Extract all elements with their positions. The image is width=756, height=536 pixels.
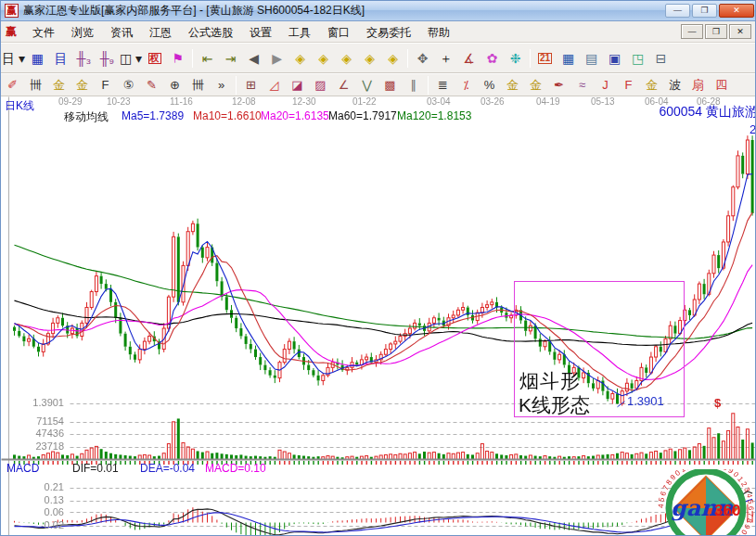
draw-pencil-icon[interactable]: ✐: [1, 76, 24, 95]
wave-tool-icon[interactable]: ≈: [570, 76, 594, 95]
percent-line-icon: ⁒: [464, 79, 469, 91]
first-page-icon: ⇤: [202, 52, 213, 65]
notes-icon[interactable]: ▤: [580, 47, 603, 69]
title-bar[interactable]: 赢 赢家江恩专业版[赢家内部服务平台] - [黄山旅游 SH600054-182…: [1, 1, 756, 21]
menu-item-8[interactable]: 交易委托: [358, 23, 419, 42]
parallel-lines-icon[interactable]: ∥: [402, 76, 425, 95]
angle-measure-icon[interactable]: ∡: [457, 47, 481, 69]
menu-item-2[interactable]: 资讯: [102, 23, 141, 42]
kline-window-icon: ▦: [32, 52, 44, 65]
prev-bar-icon[interactable]: ◀: [242, 47, 265, 69]
minute-9-chart-icon: ╫₉: [100, 52, 114, 65]
percent-icon[interactable]: %: [478, 76, 501, 95]
macd-scale-label-3: -0.02: [5, 519, 64, 530]
percent-line-icon[interactable]: ⁒: [455, 76, 478, 95]
save-icon[interactable]: ▣: [603, 47, 626, 69]
crosshair-icon[interactable]: ＋: [434, 47, 457, 69]
main-toolbar: 日 ▾▦目╫₃╫₉◫ ▾权⚑⇤⇥◀▶◈◈◈◈◈✥＋∡✿❉21▦▤▣◳⊟: [1, 43, 756, 73]
gann-flower-icon: ✿: [487, 52, 498, 65]
draw-measure-icon[interactable]: ✎: [140, 76, 163, 95]
minute-9-chart-icon[interactable]: ╫₉: [96, 47, 119, 69]
gann-fan-icon: ◿: [270, 79, 279, 91]
menu-item-4[interactable]: 公式选股: [180, 23, 241, 42]
gann-grid-icon[interactable]: 卌: [24, 76, 47, 95]
fibonacci-grid-icon[interactable]: F: [94, 76, 117, 95]
menu-item-1[interactable]: 浏览: [63, 23, 102, 42]
golden-grid-a-icon[interactable]: 金: [47, 76, 70, 95]
minute-3-chart-icon[interactable]: ╫₃: [72, 47, 96, 69]
box-lines-icon[interactable]: ▨: [309, 76, 332, 95]
minimize-button[interactable]: —: [665, 4, 690, 18]
price-bars-icon[interactable]: ≣: [431, 76, 455, 95]
fit-view-diamond-icon[interactable]: ◈: [381, 47, 404, 69]
restore-rights-icon[interactable]: 权: [143, 47, 166, 69]
f-angle-icon[interactable]: F: [617, 76, 640, 95]
mdi-minimize-button[interactable]: —: [681, 24, 703, 39]
date-tick-04-19: 04-19: [536, 96, 560, 107]
trend-angle-icon[interactable]: ∠: [332, 76, 355, 95]
menu-item-9[interactable]: 帮助: [419, 23, 458, 42]
period-daily-dropdown[interactable]: 日 ▾: [1, 47, 26, 69]
draw-measure-icon: ✎: [147, 79, 157, 91]
gold-ray-icon[interactable]: 金: [640, 76, 663, 95]
maximize-button[interactable]: ❐: [692, 4, 717, 18]
golden-grid-a-icon: 金: [53, 79, 65, 91]
mdi-restore-button[interactable]: ❐: [705, 24, 727, 39]
indicator-flag-icon[interactable]: ⚑: [166, 47, 189, 69]
menu-item-7[interactable]: 窗口: [319, 23, 358, 42]
v-lines-icon: ⋁: [362, 79, 372, 91]
calculator-icon[interactable]: ▦: [557, 47, 580, 69]
scroll-left-diamond-icon[interactable]: ◈: [288, 47, 312, 69]
line-grid-icon[interactable]: 卌: [186, 76, 210, 95]
report-sheet-icon[interactable]: 目: [49, 47, 72, 69]
mdi-close-button[interactable]: ✕: [729, 24, 751, 39]
price-grid-icon[interactable]: ▩: [378, 76, 402, 95]
ma-header-value-4: Ma120=1.8153: [397, 109, 471, 122]
bo-angle-icon[interactable]: 波: [663, 76, 686, 95]
menu-item-5[interactable]: 设置: [241, 23, 280, 42]
menu-item-0[interactable]: 文件: [24, 23, 63, 42]
si-angle-icon[interactable]: 四: [710, 76, 733, 95]
print-icon[interactable]: ⊟: [649, 47, 673, 69]
last-page-icon[interactable]: ⇥: [219, 47, 242, 69]
drawing-toolbar-separator: [236, 76, 237, 95]
menu-item-3[interactable]: 江恩: [141, 23, 180, 42]
j-angle-icon: J: [602, 79, 609, 91]
neural-net-icon[interactable]: ❉: [504, 47, 527, 69]
gann-fan-icon[interactable]: ◿: [263, 76, 286, 95]
low-price-annotation: 1.3901: [627, 394, 664, 408]
volume-scale-label-1: 47436: [5, 428, 64, 439]
first-page-icon[interactable]: ⇤: [196, 47, 219, 69]
zoom-in-diamond-icon[interactable]: ◈: [358, 47, 381, 69]
fan-box-icon[interactable]: ◪: [286, 76, 309, 95]
menu-item-6[interactable]: 工具: [280, 23, 319, 42]
pan-hand-icon: ✥: [417, 52, 429, 65]
kline-window-icon[interactable]: ▦: [26, 47, 49, 69]
pan-hand-icon[interactable]: ✥: [411, 47, 434, 69]
candle-style-dropdown[interactable]: ◫ ▾: [119, 47, 143, 69]
v-lines-icon[interactable]: ⋁: [355, 76, 378, 95]
candle-mark-icon[interactable]: ✒: [547, 76, 570, 95]
more-tools-chevron[interactable]: »: [210, 76, 233, 95]
golden-grid-b-icon: 金: [76, 79, 88, 91]
calendar-21-icon[interactable]: 21: [533, 47, 557, 69]
macd-panel-title[interactable]: MACD: [6, 462, 39, 475]
scroll-right-diamond-icon[interactable]: ◈: [312, 47, 335, 69]
shan-fan-icon[interactable]: 扇: [686, 76, 710, 95]
j-angle-icon[interactable]: J: [594, 76, 617, 95]
gann-flower-icon[interactable]: ✿: [481, 47, 504, 69]
gann-box-icon[interactable]: ⊞: [239, 76, 263, 95]
time-circle-icon[interactable]: ⊕: [163, 76, 186, 95]
ma-header-value-3: Ma60=1.7917: [328, 109, 397, 122]
close-button[interactable]: ✕: [719, 4, 754, 18]
export-data-icon[interactable]: ◳: [626, 47, 649, 69]
gold-line-icon[interactable]: 金: [524, 76, 547, 95]
cycle-5-grid-icon: ⑤: [123, 79, 135, 91]
zoom-out-diamond-icon[interactable]: ◈: [335, 47, 358, 69]
gold-circle-icon[interactable]: 金: [501, 76, 524, 95]
cycle-5-grid-icon[interactable]: ⑤: [117, 76, 140, 95]
stock-code-name-label: 600054 黄山旅游: [659, 104, 756, 121]
mdi-app-icon[interactable]: 赢: [6, 25, 19, 38]
golden-grid-b-icon[interactable]: 金: [70, 76, 94, 95]
next-bar-icon[interactable]: ▶: [265, 47, 288, 69]
